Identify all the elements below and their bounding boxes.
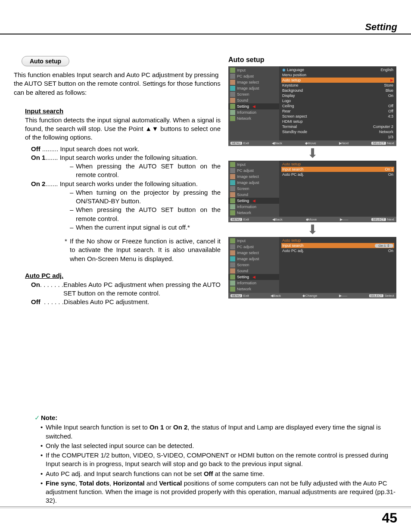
foot-exit: MENUExit xyxy=(230,294,249,298)
osd-side-label: Information xyxy=(237,281,256,285)
menu-icon xyxy=(230,110,235,115)
footer-rule-2 xyxy=(0,508,411,508)
on2-dash-2: – When pressing the AUTO SET button on t… xyxy=(70,205,221,223)
osd-side-item: Input xyxy=(228,162,279,168)
osd-side-label: Setting xyxy=(237,199,249,203)
menu-key-icon: MENU xyxy=(230,218,242,221)
menu-icon xyxy=(230,192,235,197)
foot-next: ▶Next xyxy=(339,141,349,145)
check-icon: ✓ xyxy=(34,414,40,421)
osd-side-label: Screen xyxy=(237,263,249,267)
osd-side-item: Information xyxy=(228,109,279,115)
note-4: • Auto PC adj. and Input search function… xyxy=(40,470,397,478)
menu-icon xyxy=(230,180,235,185)
spinner-value: On 1 ⇕ xyxy=(375,244,393,248)
osd-side-item: Information xyxy=(228,280,279,286)
dots: ....... xyxy=(45,180,59,188)
osd-screenshot: InputPC adjustImage selectImage adjustSc… xyxy=(228,66,396,146)
bullet-icon: • xyxy=(40,451,46,469)
osd-side-label: Image select xyxy=(237,251,259,255)
menu-icon xyxy=(230,280,235,286)
heading-auto-pc: Auto PC adj. xyxy=(25,272,221,279)
menu-icon xyxy=(230,250,235,255)
autopc-on-value: Enables Auto PC adjustment when pressing… xyxy=(63,280,221,298)
autopc-on-label: On xyxy=(31,280,40,298)
note-2-text: Only the last selected input source can … xyxy=(46,442,397,450)
note-1: • While Input search function is set to … xyxy=(40,423,397,441)
note-5: • Fine sync, Total dots, Horizontal and … xyxy=(40,479,397,505)
menu-icon xyxy=(230,262,235,268)
triangle-left-icon: ◀ xyxy=(252,104,255,109)
globe-icon: ◉ xyxy=(282,68,286,72)
osd-side-label: Sound xyxy=(237,269,248,273)
menu-icon xyxy=(230,68,235,73)
dots: ....... xyxy=(45,153,59,162)
osd-side-item: Input xyxy=(228,67,279,73)
osd-row: CeilingOff xyxy=(281,103,394,109)
input-search-desc: This function detects the input signal a… xyxy=(25,116,221,142)
option-off-value: Input search does not work. xyxy=(60,145,221,153)
menu-icon xyxy=(230,274,235,280)
osd-side-item: Sound xyxy=(228,192,279,198)
osd-row: BackgroundBlue xyxy=(281,88,394,93)
notes-block: ✓Note: • While Input search function is … xyxy=(34,414,397,505)
menu-icon xyxy=(230,98,235,103)
menu-key-icon: MENU xyxy=(230,294,242,297)
menu-key-icon: MENU xyxy=(230,142,242,145)
autopc-off-value: Disables Auto PC adjustment. xyxy=(64,298,221,306)
page-number: 45 xyxy=(382,510,397,526)
osd-row: TerminalComputer 2 xyxy=(281,124,394,129)
on2-dash-3-text: When the current input signal is cut off… xyxy=(76,223,221,232)
menu-icon xyxy=(230,210,235,215)
osd-screenshot: InputPC adjustImage selectImage adjustSc… xyxy=(228,237,396,299)
osd-side-item: Image select xyxy=(228,79,279,85)
osd-side-item: Setting◀ xyxy=(228,103,279,109)
note-1-text: While Input search function is set to On… xyxy=(46,423,397,441)
option-on1: On 1 ....... Input search works under th… xyxy=(31,153,221,162)
osd-side-label: Image adjust xyxy=(237,86,259,90)
osd-side-item: PC adjust xyxy=(228,168,279,174)
osd-side-label: Input xyxy=(237,68,246,72)
left-column: Auto setup This function enables Input s… xyxy=(14,56,221,307)
bullet-icon: • xyxy=(40,442,46,450)
footer-rule xyxy=(0,507,411,507)
option-on2-label: On 2 xyxy=(31,180,45,188)
osd-side-label: Screen xyxy=(237,187,249,191)
osd-side-item: Information xyxy=(228,204,279,210)
osd-side-label: Sound xyxy=(237,193,248,197)
osd-side-item: Image adjust xyxy=(228,180,279,186)
footnote-star: * If the No show or Freeze function is a… xyxy=(65,237,221,263)
note-3-text: If the COMPUTER 1/2 button, VIDEO, S-VID… xyxy=(46,451,397,469)
osd-side-label: Image adjust xyxy=(237,257,259,261)
osd-side-label: Information xyxy=(237,205,256,209)
osd-row: 1/3 xyxy=(281,134,394,140)
option-on2: On 2 ....... Input search works under th… xyxy=(31,180,221,188)
section-pill-auto-setup: Auto setup xyxy=(22,56,69,66)
foot-next: ▶----- xyxy=(340,218,348,221)
menu-icon xyxy=(230,162,235,167)
osd-row: Menu position xyxy=(281,72,394,78)
osd-side-label: Image select xyxy=(237,80,259,84)
osd-footer: MENUExit◀Back◆Change▶-----SELECTSelect xyxy=(228,293,396,299)
foot-back: ◀Back xyxy=(271,294,281,298)
osd-footer: MENUExit◀Back◆Move▶-----SELECTNext xyxy=(228,217,396,222)
on2-dash-3: – When the current input signal is cut o… xyxy=(70,223,221,232)
menu-icon xyxy=(230,174,235,179)
select-key-icon: SELECT xyxy=(369,294,383,297)
osd-side-label: Setting xyxy=(237,275,249,279)
menu-icon xyxy=(230,244,235,249)
osd-side-label: Setting xyxy=(237,104,249,109)
osd-row: Standby modeNetwork xyxy=(281,129,394,134)
osd-side-item: Image select xyxy=(228,174,279,180)
osd-side-item: Image adjust xyxy=(228,85,279,91)
menu-icon xyxy=(230,168,235,173)
osd-row: HDMI setup xyxy=(281,119,394,124)
asterisk-icon: * xyxy=(65,237,70,263)
menu-icon xyxy=(230,80,235,85)
dots: ......... xyxy=(40,145,60,153)
select-key-icon: SELECT xyxy=(371,218,386,221)
bullet-icon: • xyxy=(40,479,46,505)
osd-side-label: Network xyxy=(237,211,251,215)
foot-next: ▶----- xyxy=(339,294,347,298)
osd-side-label: Input xyxy=(237,162,246,167)
